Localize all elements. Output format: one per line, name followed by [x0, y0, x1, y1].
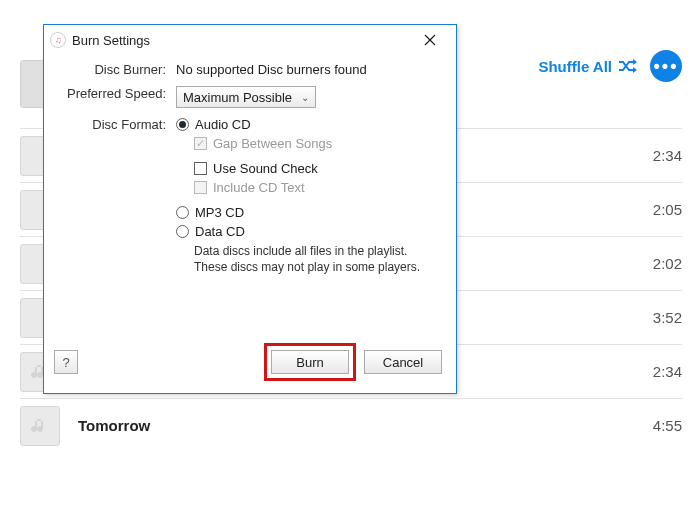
audio-cd-radio[interactable]: Audio CD — [176, 117, 440, 132]
radio-icon — [176, 225, 189, 238]
gap-label: Gap Between Songs — [213, 136, 332, 151]
radio-icon — [176, 206, 189, 219]
sound-check-label: Use Sound Check — [213, 161, 318, 176]
audio-cd-label: Audio CD — [195, 117, 251, 132]
preferred-speed-select[interactable]: Maximum Possible ⌄ — [176, 86, 316, 108]
track-art-placeholder — [20, 406, 60, 446]
disc-burner-label: Disc Burner: — [56, 59, 176, 77]
ellipsis-icon: ••• — [654, 56, 679, 77]
cancel-button[interactable]: Cancel — [364, 350, 442, 374]
track-duration: 2:34 — [653, 363, 682, 380]
include-cd-text-checkbox: Include CD Text — [194, 180, 440, 195]
shuffle-all-label: Shuffle All — [538, 58, 612, 75]
help-button[interactable]: ? — [54, 350, 78, 374]
itunes-icon: ♫ — [50, 32, 66, 48]
data-cd-radio[interactable]: Data CD — [176, 224, 440, 239]
disc-format-label: Disc Format: — [56, 114, 176, 132]
track-duration: 3:52 — [653, 309, 682, 326]
mp3-cd-radio[interactable]: MP3 CD — [176, 205, 440, 220]
checkbox-icon — [194, 162, 207, 175]
burn-settings-dialog: ♫ Burn Settings Disc Burner: No supporte… — [43, 24, 457, 394]
close-button[interactable] — [410, 26, 450, 54]
list-item[interactable]: Tomorrow 4:55 — [20, 398, 682, 452]
data-cd-label: Data CD — [195, 224, 245, 239]
chevron-down-icon: ⌄ — [301, 92, 309, 103]
dialog-title: Burn Settings — [72, 33, 410, 48]
mp3-cd-label: MP3 CD — [195, 205, 244, 220]
checkbox-icon: ✓ — [194, 137, 207, 150]
radio-icon — [176, 118, 189, 131]
shuffle-icon — [618, 58, 638, 74]
preferred-speed-value: Maximum Possible — [183, 90, 292, 105]
preferred-speed-label: Preferred Speed: — [56, 83, 176, 101]
burn-button-highlight: Burn — [264, 343, 356, 381]
track-title: Tomorrow — [78, 417, 653, 434]
disc-burner-value: No supported Disc burners found — [176, 59, 440, 77]
track-duration: 2:34 — [653, 147, 682, 164]
more-options-button[interactable]: ••• — [650, 50, 682, 82]
shuffle-all-button[interactable]: Shuffle All — [538, 58, 638, 75]
close-icon — [424, 34, 436, 46]
checkbox-icon — [194, 181, 207, 194]
track-duration: 2:02 — [653, 255, 682, 272]
track-duration: 2:05 — [653, 201, 682, 218]
use-sound-check-checkbox[interactable]: Use Sound Check — [194, 161, 440, 176]
track-duration: 4:55 — [653, 417, 682, 434]
gap-between-songs-checkbox: ✓ Gap Between Songs — [194, 136, 440, 151]
burn-button[interactable]: Burn — [271, 350, 349, 374]
help-icon: ? — [62, 355, 69, 370]
cd-text-label: Include CD Text — [213, 180, 305, 195]
dialog-titlebar: ♫ Burn Settings — [44, 25, 456, 55]
data-cd-note: Data discs include all files in the play… — [194, 243, 424, 275]
